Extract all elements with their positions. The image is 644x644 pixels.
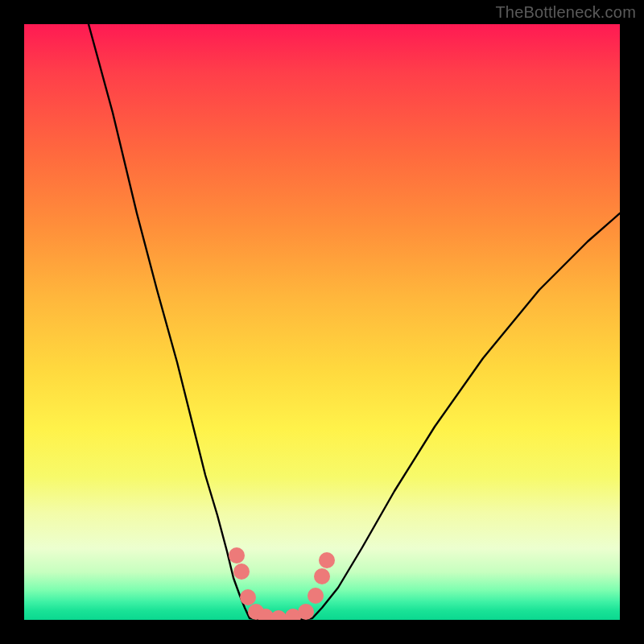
marker-dot — [270, 610, 287, 620]
chart-frame: TheBottleneck.com — [0, 0, 644, 644]
watermark-text: TheBottleneck.com — [495, 3, 636, 22]
marker-dot — [229, 547, 245, 564]
marker-dot — [240, 589, 256, 605]
gradient-plot-area — [24, 24, 620, 620]
marker-dot — [319, 552, 335, 568]
marker-dot — [308, 588, 324, 604]
marker-dot — [314, 568, 330, 584]
marker-dot — [298, 604, 314, 620]
curve-line — [89, 24, 620, 620]
bottleneck-curve — [24, 24, 620, 620]
marker-dot — [233, 564, 250, 580]
